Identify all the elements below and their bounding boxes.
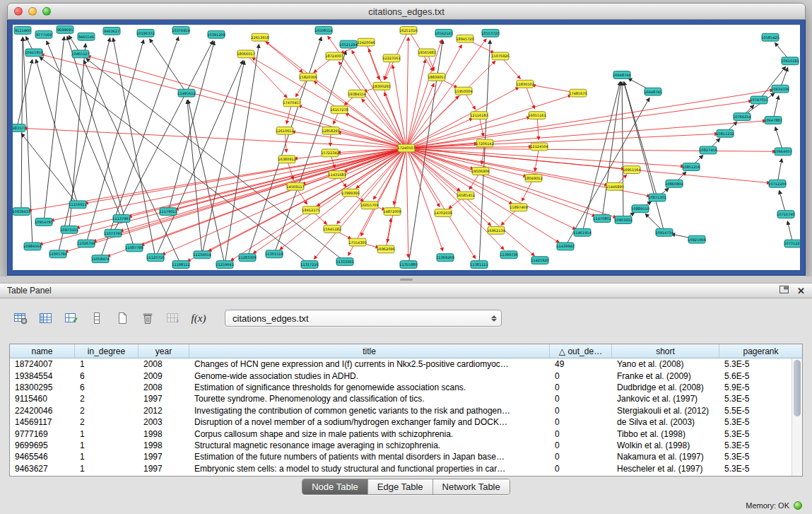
table-cell-year[interactable]: 1997 bbox=[139, 452, 189, 462]
graph-node[interactable]: 10664607 bbox=[774, 148, 792, 156]
table-cell-pagerank[interactable]: 5.3E-5 bbox=[719, 359, 787, 369]
table-cell-out_degree[interactable]: 0 bbox=[550, 371, 612, 381]
table-row[interactable]: 1872400712008Changes of HCN gene express… bbox=[10, 358, 802, 370]
table-cell-year[interactable]: 2009 bbox=[139, 371, 189, 381]
panel-divider[interactable] bbox=[0, 276, 812, 283]
graph-node[interactable]: 11026749 bbox=[77, 240, 95, 247]
graph-node[interactable]: 11369269 bbox=[436, 254, 454, 262]
zoom-window-button[interactable] bbox=[42, 7, 51, 16]
graph-node[interactable]: 18049052 bbox=[524, 174, 542, 182]
graph-node[interactable]: 16648744 bbox=[613, 71, 630, 79]
graph-node[interactable]: 15820306 bbox=[299, 74, 317, 81]
vertical-scrollbar[interactable] bbox=[792, 358, 802, 476]
table-cell-pagerank[interactable]: 5.3E-5 bbox=[719, 464, 787, 474]
graph-node[interactable]: 10376919 bbox=[172, 26, 189, 34]
graph-node[interactable]: 10914734 bbox=[655, 228, 673, 236]
graph-node[interactable]: 16380912 bbox=[278, 156, 295, 163]
table-cell-short[interactable]: de Silva et al. (2003) bbox=[612, 417, 719, 427]
table-cell-pagerank[interactable]: 5.9E-5 bbox=[719, 382, 787, 392]
table-cell-short[interactable]: Stergiakouli et al. (2012) bbox=[612, 406, 719, 416]
table-cell-short[interactable]: Dudbridge et al. (2008) bbox=[612, 382, 719, 392]
graph-node[interactable]: 11483577 bbox=[13, 124, 26, 132]
graph-node[interactable]: 10871301 bbox=[648, 194, 666, 201]
graph-node[interactable]: 16951564 bbox=[623, 166, 640, 174]
table-cell-title[interactable]: Changes of HCN gene expression and I(f) … bbox=[189, 359, 550, 369]
graph-node[interactable]: 11317216 bbox=[300, 261, 318, 269]
graph-node[interactable]: 17206142 bbox=[476, 139, 493, 147]
graph-node[interactable]: 11137997 bbox=[112, 215, 130, 223]
graph-node[interactable]: 11431683 bbox=[328, 171, 346, 179]
table-cell-name[interactable]: 9699695 bbox=[10, 440, 75, 450]
graph-node[interactable]: 16251016 bbox=[399, 26, 417, 34]
graph-node[interactable]: 11381111 bbox=[470, 261, 488, 269]
table-row[interactable]: 946554611997Estimation of the future num… bbox=[10, 451, 802, 462]
import-table-icon[interactable] bbox=[164, 309, 182, 327]
graph-node[interactable]: 10889550 bbox=[631, 205, 649, 213]
graph-node[interactable]: 11495612 bbox=[177, 89, 195, 97]
graph-node[interactable]: 16055709 bbox=[360, 201, 378, 209]
graph-node[interactable]: 19384554 bbox=[348, 90, 365, 98]
graph-node[interactable]: 15076926 bbox=[491, 52, 509, 60]
column-header[interactable]: title bbox=[189, 344, 550, 358]
table-cell-short[interactable]: Franke et al. (2009) bbox=[612, 371, 719, 381]
graph-node[interactable]: 18839057 bbox=[428, 74, 445, 81]
graph-node[interactable]: 11073795 bbox=[104, 229, 122, 237]
graph-node[interactable]: 17999366 bbox=[341, 189, 359, 197]
table-cell-name[interactable]: 18724007 bbox=[10, 359, 75, 369]
column-header[interactable]: name bbox=[10, 344, 75, 358]
table-cell-short[interactable]: Yano et al. (2008) bbox=[612, 359, 719, 369]
table-cell-pagerank[interactable]: 5.3E-5 bbox=[719, 417, 787, 427]
table-cell-pagerank[interactable]: 5.3E-5 bbox=[719, 440, 787, 450]
graph-node[interactable]: 10954795 bbox=[35, 218, 52, 226]
delete-icon[interactable] bbox=[139, 309, 157, 327]
graph-node[interactable]: 15950004 bbox=[454, 87, 472, 95]
graph-node[interactable]: 10827456 bbox=[699, 146, 717, 154]
graph-node[interactable]: 18300295 bbox=[372, 82, 390, 90]
table-cell-in_degree[interactable]: 2 bbox=[75, 394, 139, 404]
graph-node[interactable]: 12858291 bbox=[322, 127, 339, 134]
table-row[interactable]: 1830029562008Estimation of significance … bbox=[10, 382, 802, 393]
graph-node[interactable]: 10903932 bbox=[614, 216, 632, 224]
table-cell-title[interactable]: Corpus callosum shape and size in male p… bbox=[189, 429, 550, 439]
table-cell-title[interactable]: Structural magnetic resonance image aver… bbox=[189, 440, 550, 450]
graph-node[interactable]: 19412175 bbox=[302, 206, 319, 214]
table-cell-short[interactable]: Nakamura et al. (1997) bbox=[612, 452, 719, 462]
graph-node[interactable]: 11058474 bbox=[91, 255, 109, 263]
graph-node[interactable]: 10585425 bbox=[761, 33, 779, 41]
table-cell-year[interactable]: 1997 bbox=[139, 464, 189, 474]
table-cell-name[interactable]: 9463627 bbox=[10, 464, 75, 474]
graph-node[interactable]: 10542143 bbox=[435, 29, 452, 37]
table-cell-short[interactable]: Wolkin et al. (1998) bbox=[612, 440, 719, 450]
graph-node[interactable]: 12124504 bbox=[530, 143, 548, 151]
table-cell-in_degree[interactable]: 2 bbox=[75, 406, 139, 416]
table-cell-out_degree[interactable]: 0 bbox=[550, 464, 612, 474]
graph-node[interactable]: 11005794 bbox=[49, 250, 66, 258]
graph-node[interactable]: 11439943 bbox=[556, 243, 574, 250]
table-cell-short[interactable]: Jankovic et al. (1997) bbox=[612, 394, 719, 404]
graph-node[interactable]: 12116183 bbox=[470, 112, 488, 119]
minimize-window-button[interactable] bbox=[28, 7, 37, 16]
graph-node[interactable]: 10647887 bbox=[764, 117, 782, 124]
table-cell-name[interactable]: 9465546 bbox=[10, 452, 75, 462]
graph-node[interactable]: 11087798 bbox=[125, 244, 143, 252]
table-cell-year[interactable]: 2008 bbox=[139, 382, 189, 392]
graph-node[interactable]: 18945720 bbox=[456, 35, 473, 42]
graph-node[interactable]: 19506906 bbox=[471, 168, 489, 175]
table-cell-out_degree[interactable]: 0 bbox=[550, 406, 612, 416]
column-header[interactable]: pagerank bbox=[719, 344, 802, 358]
graph-node[interactable]: 16157278 bbox=[330, 106, 348, 114]
table-cell-year[interactable]: 2012 bbox=[139, 406, 189, 416]
table-cell-title[interactable]: Tourette syndrome. Phenomenology and cla… bbox=[189, 394, 550, 404]
graph-node[interactable]: 17470457 bbox=[283, 99, 300, 107]
table-cell-name[interactable]: 22420046 bbox=[10, 406, 75, 416]
graph-node[interactable]: 11425920 bbox=[531, 257, 548, 264]
table-cell-name[interactable]: 18300295 bbox=[10, 382, 75, 392]
graph-node[interactable]: 17485670 bbox=[569, 89, 587, 97]
graph-node[interactable]: 11836502 bbox=[516, 80, 534, 88]
graph-node[interactable]: 19565683 bbox=[418, 49, 435, 57]
table-cell-name[interactable]: 19384554 bbox=[10, 371, 75, 381]
graph-node[interactable]: 10860804 bbox=[665, 180, 683, 187]
graph-node[interactable]: 11234654 bbox=[193, 251, 211, 259]
table-cell-name[interactable]: 14569117 bbox=[10, 417, 75, 427]
table-cell-out_degree[interactable]: 0 bbox=[550, 429, 612, 439]
